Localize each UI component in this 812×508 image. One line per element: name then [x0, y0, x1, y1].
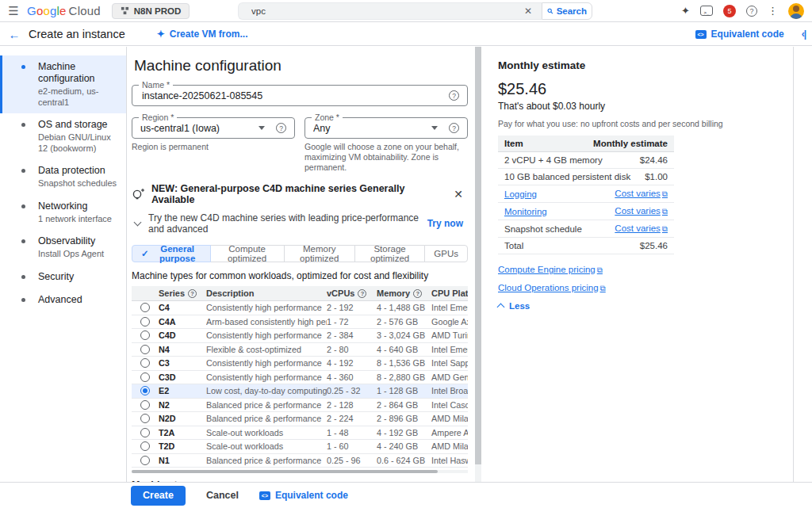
estimate-value-link[interactable]: Cost varies⧉ [615, 223, 668, 234]
search-button[interactable]: Search [542, 2, 592, 20]
series-row-n1[interactable]: N1Balanced price & performance0.25 - 960… [132, 454, 468, 468]
sidebar-item-observability[interactable]: ObservabilityInstall Ops Agent [0, 230, 126, 265]
main-scrollbar-thumb[interactable] [475, 47, 481, 464]
estimate-item-link[interactable]: Monitoring [504, 207, 547, 216]
main-scrollbar[interactable] [475, 47, 481, 482]
search-clear-icon[interactable]: ✕ [521, 6, 535, 17]
platform-cell: Intel Emerald [431, 303, 468, 312]
sidebar-item-networking[interactable]: Networking1 network interface [0, 195, 126, 231]
platform-cell: Intel Haswell [431, 456, 468, 465]
help-icon[interactable]: ? [188, 289, 197, 298]
tab-storage-optimized[interactable]: Storage optimized [354, 245, 425, 262]
item-column-header: Item [504, 139, 523, 148]
series-radio-c3d[interactable] [140, 372, 150, 382]
topbar: ☰ GoogleCloud N8N PROD ✕ Search ✦ >_ 5 ?… [0, 0, 812, 22]
name-input[interactable] [140, 90, 449, 102]
table-horizontal-scrollbar[interactable] [132, 470, 468, 473]
description-cell: Consistently high performance [206, 303, 327, 312]
sidebar-item-data-protection[interactable]: Data protectionSnapshot schedules [0, 159, 126, 195]
sidebar-item-os-and-storage[interactable]: OS and storageDebian GNU/Linux 12 (bookw… [0, 113, 126, 159]
less-toggle[interactable]: Less [498, 301, 793, 311]
series-row-c4[interactable]: C4Consistently high performance2 - 1924 … [132, 301, 468, 315]
tab-memory-optimized[interactable]: Memory optimized [284, 245, 355, 262]
help-icon[interactable]: ? [358, 289, 366, 298]
series-radio-n2d[interactable] [140, 414, 150, 423]
cloud-shell-icon[interactable]: >_ [700, 6, 713, 16]
page-title: Create an instance [29, 28, 125, 40]
series-row-t2a[interactable]: T2AScale-out workloads1 - 484 - 192 GBAm… [132, 426, 468, 441]
series-cell: C4D [159, 330, 206, 340]
sidebar-item-sub: Snapshot schedules [38, 178, 120, 189]
sidebar-item-machine-configuration[interactable]: Machine configuratione2-medium, us-centr… [0, 55, 126, 113]
estimate-value-link[interactable]: Cost varies⧉ [615, 189, 668, 199]
series-radio-n4[interactable] [140, 345, 150, 354]
sidebar-item-security[interactable]: Security [0, 265, 126, 288]
sidebar-item-advanced[interactable]: Advanced [0, 288, 126, 311]
search-input[interactable] [250, 6, 521, 17]
series-radio-t2d[interactable] [140, 441, 150, 451]
zone-help-icon[interactable]: ? [449, 123, 459, 133]
description-cell: Consistently high performance [206, 330, 327, 340]
series-row-t2d[interactable]: T2DScale-out workloads1 - 604 - 240 GBAM… [132, 440, 468, 454]
series-radio-c4a[interactable] [140, 317, 150, 327]
try-now-link[interactable]: Try now [427, 218, 463, 229]
scrollbar-thumb[interactable] [132, 470, 438, 473]
sidebar-item-sub: 1 network interface [38, 214, 120, 225]
notifications-badge[interactable]: 5 [723, 5, 736, 17]
series-radio-t2a[interactable] [140, 428, 150, 437]
avatar[interactable] [788, 3, 804, 19]
banner-close-icon[interactable]: ✕ [449, 188, 468, 201]
series-radio-c4[interactable] [140, 303, 150, 312]
equivalent-code-link[interactable]: <> Equivalent code [695, 29, 784, 40]
series-row-e2[interactable]: E2Low cost, day-to-day computing0.25 - 3… [132, 384, 468, 399]
series-row-n2d[interactable]: N2DBalanced price & performance2 - 2242 … [132, 412, 468, 426]
name-field[interactable]: Name * ? [132, 85, 468, 106]
region-select[interactable]: Region * us-central1 (Iowa) ? [132, 117, 295, 139]
banner-chevron-down-icon[interactable] [134, 218, 142, 226]
create-button[interactable]: Create [131, 486, 186, 506]
compute-engine-pricing-link[interactable]: Compute Engine pricing⧉ [498, 265, 793, 275]
series-radio-n1[interactable] [140, 456, 150, 465]
tab-gpus[interactable]: GPUs [424, 245, 468, 262]
gemini-icon[interactable]: ✦ [681, 6, 690, 16]
series-row-c4d[interactable]: C4DConsistently high performance2 - 3843… [132, 329, 468, 343]
platform-cell: Intel Emerald [431, 345, 468, 354]
search-field[interactable]: ✕ [238, 2, 542, 20]
tab-general-purpose[interactable]: ✓General purpose [132, 245, 211, 262]
series-radio-n2[interactable] [140, 400, 150, 410]
tab-label: GPUs [434, 249, 458, 258]
more-vert-icon[interactable]: ⋮ [768, 6, 778, 16]
series-cell: C4A [159, 317, 206, 327]
column-header-cpu-platform: CPU Platform [431, 288, 468, 298]
estimate-value-link[interactable]: Cost varies⧉ [615, 206, 668, 216]
cloud-operations-pricing-link[interactable]: Cloud Operations pricing⧉ [498, 283, 793, 293]
series-cell: N2 [159, 400, 206, 410]
estimate-item-link[interactable]: Logging [504, 189, 537, 199]
series-row-c3d[interactable]: C3DConsistently high performance4 - 3608… [132, 371, 468, 385]
google-cloud-logo[interactable]: GoogleCloud [27, 4, 101, 17]
series-radio-e2[interactable] [140, 386, 150, 395]
series-radio-c4d[interactable] [140, 330, 150, 340]
name-help-icon[interactable]: ? [449, 90, 459, 101]
create-vm-from-button[interactable]: ✦ Create VM from... [157, 29, 248, 40]
back-arrow-icon[interactable]: ← [0, 28, 29, 41]
help-icon[interactable]: ? [413, 289, 422, 298]
zone-select[interactable]: Zone * Any ? [304, 117, 468, 139]
series-radio-c3[interactable] [140, 358, 150, 368]
menu-icon[interactable]: ☰ [0, 4, 27, 18]
tab-compute-optimized[interactable]: Compute optimized [210, 245, 285, 262]
region-help-icon[interactable]: ? [276, 123, 286, 133]
project-selector-button[interactable]: N8N PROD [112, 3, 190, 19]
series-row-c4a[interactable]: C4AArm-based consistently high performan… [132, 315, 468, 330]
cancel-button[interactable]: Cancel [201, 489, 243, 502]
footer-equivalent-code-link[interactable]: <> Equivalent code [259, 490, 348, 501]
help-icon[interactable]: ? [746, 6, 757, 17]
series-row-n2[interactable]: N2Balanced price & performance2 - 1282 -… [132, 399, 468, 413]
platform-cell: Intel Sapphire [431, 358, 468, 368]
series-row-c3[interactable]: C3Consistently high performance4 - 1928 … [132, 357, 468, 371]
collapse-panel-icon[interactable]: ‹| [802, 29, 806, 40]
project-name: N8N PROD [134, 6, 181, 16]
series-row-n4[interactable]: N4Flexible & cost-optimized2 - 804 - 640… [132, 343, 468, 357]
series-category-tabs: ✓General purposeCompute optimizedMemory … [132, 245, 468, 262]
external-link-icon: ⧉ [662, 189, 668, 198]
